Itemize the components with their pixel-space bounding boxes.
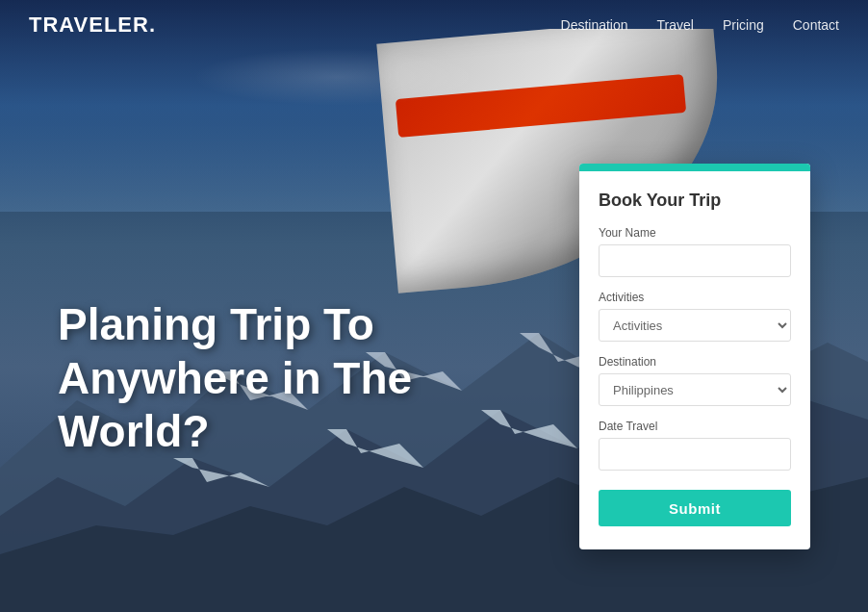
- hero-text-block: Planing Trip To Anywhere in The World?: [58, 298, 462, 458]
- date-input[interactable]: [599, 438, 791, 471]
- nav-link-pricing[interactable]: Pricing: [723, 17, 764, 33]
- submit-button[interactable]: Submit: [599, 490, 791, 526]
- nav-item-contact[interactable]: Contact: [793, 16, 839, 34]
- booking-card: Book Your Trip Your Name Activities Acti…: [579, 164, 810, 549]
- clouds-decoration: [192, 48, 481, 106]
- hero-headline: Planing Trip To Anywhere in The World?: [58, 298, 462, 458]
- nav-links: Destination Travel Pricing Contact: [561, 16, 839, 34]
- name-input[interactable]: [599, 244, 791, 277]
- nav-item-travel[interactable]: Travel: [657, 16, 694, 34]
- destination-field-group: Destination Philippines Thailand Japan B…: [599, 355, 791, 406]
- activities-label: Activities: [599, 291, 791, 304]
- activities-select[interactable]: Activities Adventure Sightseeing Beach H…: [599, 309, 791, 342]
- name-label: Your Name: [599, 226, 791, 240]
- booking-card-accent: [579, 164, 810, 171]
- booking-card-body: Book Your Trip Your Name Activities Acti…: [579, 171, 810, 549]
- brand-logo[interactable]: TRAVELER.: [29, 13, 156, 38]
- navbar: TRAVELER. Destination Travel Pricing Con…: [0, 0, 868, 50]
- nav-link-destination[interactable]: Destination: [561, 17, 628, 33]
- date-label: Date Travel: [599, 420, 791, 433]
- nav-link-travel[interactable]: Travel: [657, 17, 694, 33]
- destination-label: Destination: [599, 355, 791, 369]
- booking-card-title: Book Your Trip: [599, 191, 791, 211]
- destination-select[interactable]: Philippines Thailand Japan Bali Italy Fr…: [599, 373, 791, 406]
- nav-link-contact[interactable]: Contact: [793, 17, 839, 33]
- name-field-group: Your Name: [599, 226, 791, 277]
- nav-item-pricing[interactable]: Pricing: [723, 16, 764, 34]
- nav-item-destination[interactable]: Destination: [561, 16, 628, 34]
- date-field-group: Date Travel: [599, 420, 791, 471]
- activities-field-group: Activities Activities Adventure Sightsee…: [599, 291, 791, 342]
